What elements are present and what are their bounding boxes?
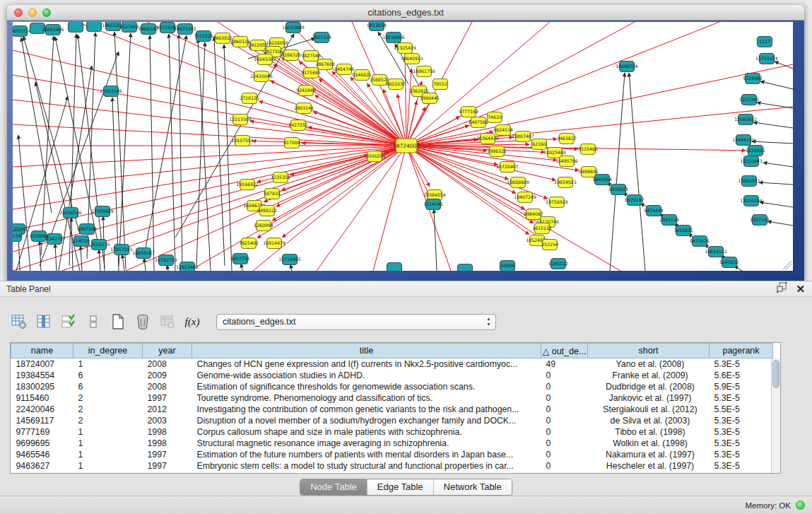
close-panel-icon[interactable]: ✕ — [796, 284, 805, 294]
attribute-table[interactable]: namein_degreeyeartitle△ out_de...shortpa… — [10, 342, 781, 474]
graph-node[interactable] — [458, 264, 473, 271]
graph-node[interactable]: 1514545 — [423, 199, 443, 210]
graph-node[interactable]: 1615132 — [532, 223, 552, 234]
graph-node[interactable]: 8813054 — [367, 22, 387, 31]
column-header-title[interactable]: title — [192, 344, 541, 358]
graph-node[interactable]: 62160 — [532, 139, 547, 150]
graph-node[interactable]: 1156869 — [29, 231, 49, 242]
graph-node[interactable]: 7832621 — [673, 226, 693, 236]
graph-node[interactable]: 2803144 — [294, 103, 314, 114]
svg-text:16648784: 16648784 — [616, 64, 638, 69]
tab-node-table[interactable]: Node Table — [300, 479, 367, 495]
table-scrollbar-thumb[interactable] — [772, 360, 779, 388]
unselect-rows-button[interactable] — [84, 313, 102, 331]
graph-node[interactable]: 6679197 — [625, 195, 645, 206]
function-builder-button[interactable]: f(x) — [183, 313, 201, 331]
graph-node[interactable]: 9115460 — [578, 144, 598, 155]
graph-node[interactable] — [387, 263, 402, 271]
column-header-pagerank[interactable]: pagerank — [710, 344, 773, 358]
graph-node[interactable]: 39159 — [13, 231, 22, 242]
graph-node[interactable]: 1640954 — [592, 175, 612, 185]
graph-node[interactable]: 917004 — [283, 138, 300, 148]
select-rows-button[interactable] — [59, 313, 78, 331]
network-canvas[interactable]: 1872400788601238912955182260589827508165… — [13, 22, 793, 271]
graph-node[interactable]: 8454749 — [334, 64, 354, 75]
delete-table-button[interactable] — [134, 313, 152, 331]
graph-node[interactable]: 10996 — [500, 261, 515, 271]
column-header-in_degree[interactable]: in_degree — [73, 344, 143, 358]
graph-node[interactable]: 114519 — [73, 236, 90, 247]
graph-node[interactable]: 9624534 — [493, 125, 513, 136]
graph-node[interactable]: 1117 — [758, 37, 772, 47]
graph-node[interactable]: 8822037 — [386, 79, 406, 90]
column-header-name[interactable]: name — [11, 344, 73, 358]
graph-node-hub[interactable]: 18724007 — [393, 139, 420, 153]
graph-node[interactable]: 2935114 — [659, 215, 679, 226]
graph-node[interactable]: 7663822 — [213, 33, 233, 44]
graph-node[interactable]: 1527602 — [119, 22, 139, 33]
graph-node[interactable]: 9245012 — [548, 259, 568, 269]
graph-node[interactable]: 2718120 — [240, 93, 259, 104]
graph-node[interactable]: 1990445 — [420, 93, 440, 104]
table-row[interactable]: 1830029562008Estimation of significance … — [11, 381, 773, 392]
graph-node[interactable]: 74620 — [488, 112, 502, 123]
graph-node[interactable]: 7515526 — [194, 31, 213, 42]
graph-node[interactable]: 9329966 — [743, 74, 763, 84]
tab-edge-table[interactable]: Edge Table — [367, 479, 434, 495]
table-row[interactable]: 2242004622012Investigating the contribut… — [11, 404, 773, 415]
graph-node[interactable] — [69, 22, 83, 33]
float-panel-icon[interactable] — [777, 282, 787, 296]
graph-node[interactable]: 1187533 — [750, 215, 770, 226]
graph-node[interactable]: 79552 — [433, 79, 448, 90]
graph-node[interactable]: 587833 — [264, 189, 281, 199]
graph-node[interactable]: 8186328 — [281, 50, 301, 61]
graph-node[interactable]: 9245652 — [719, 257, 739, 268]
graph-node[interactable]: 9146821 — [352, 70, 372, 81]
table-row[interactable]: 1938455462009Genome-wide association stu… — [11, 370, 773, 381]
graph-node[interactable]: 252254 — [541, 240, 558, 250]
graph-node[interactable]: 8471626 — [690, 236, 710, 247]
table-options-button[interactable] — [10, 313, 28, 331]
table-row[interactable]: 946362711997Embryonic stem cells: a mode… — [11, 460, 773, 472]
svg-text:20364436: 20364436 — [476, 136, 499, 141]
graph-node[interactable]: 9777169 — [459, 107, 478, 117]
graph-node[interactable]: 8427552 — [288, 120, 308, 131]
graph-node[interactable]: 7986322 — [487, 146, 507, 157]
table-row[interactable]: 1456911722003Disruption of a novel membe… — [11, 415, 773, 426]
table-row[interactable]: 946554611997Estimation of the future num… — [11, 449, 773, 460]
table-row[interactable]: 969969511998Structural magnetic resonanc… — [11, 438, 773, 449]
graph-node[interactable]: 9175685 — [301, 68, 321, 78]
graph-node[interactable]: 9097588 — [77, 224, 97, 235]
table-row[interactable]: 977716911998Corpus callosum shape and si… — [11, 426, 773, 438]
column-header-out_de[interactable]: △ out_de... — [541, 344, 588, 358]
graph-node[interactable]: 9463627 — [557, 134, 577, 144]
graph-node[interactable]: 1235359 — [271, 173, 290, 183]
graph-node[interactable]: 9227343 — [739, 95, 759, 105]
graph-node[interactable]: 6497568 — [469, 117, 488, 128]
graph-node[interactable]: 8466160 — [139, 24, 158, 35]
new-table-button[interactable] — [109, 313, 127, 331]
graph-node[interactable] — [87, 22, 102, 32]
column-header-year[interactable]: year — [143, 344, 192, 358]
graph-node[interactable]: 9242848 — [296, 86, 316, 96]
graph-node[interactable]: 8860123 — [230, 37, 250, 47]
graph-node[interactable]: 2867608 — [315, 59, 335, 70]
graph-node[interactable]: 9474444 — [644, 206, 664, 216]
tab-network-table[interactable]: Network Table — [434, 479, 512, 495]
table-row[interactable]: 1872400712008Changes of HCN gene express… — [11, 358, 773, 370]
graph-node[interactable]: 9498222 — [257, 206, 277, 216]
graph-node[interactable]: 9857791 — [230, 254, 250, 264]
show-column-button[interactable] — [35, 313, 53, 331]
graph-node[interactable]: 7857224 — [312, 33, 331, 43]
graph-node[interactable]: 9827546 — [301, 51, 321, 62]
network-window-titlebar[interactable]: citations_edges.txt — [7, 5, 804, 21]
column-header-short[interactable]: short — [588, 344, 710, 358]
graph-node[interactable]: 8938923 — [608, 185, 628, 195]
graph-node[interactable]: 7625402 — [239, 238, 259, 249]
graph-node[interactable]: 8215955 — [746, 146, 765, 156]
table-scrollbar[interactable] — [771, 358, 780, 473]
svg-text:8427552: 8427552 — [288, 122, 308, 127]
table-select-dropdown[interactable]: citations_edges.txt ▲▼ — [216, 314, 496, 330]
graph-node[interactable]: 1260994 — [254, 221, 273, 231]
table-row[interactable]: 911546021997Tourette syndrome. Phenomeno… — [11, 392, 773, 404]
